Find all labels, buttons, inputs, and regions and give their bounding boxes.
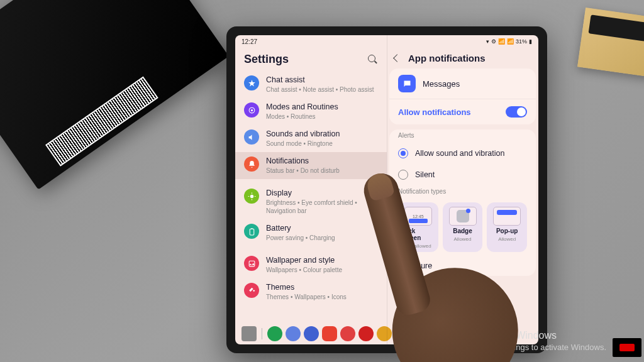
wallpaper-icon xyxy=(244,256,259,271)
svg-point-6 xyxy=(406,82,406,83)
svg-point-1 xyxy=(250,109,252,111)
app-name: Messages xyxy=(423,79,460,89)
radio-icon xyxy=(398,170,408,180)
bell-icon xyxy=(244,156,259,172)
channel-logo xyxy=(613,338,641,357)
type-popup[interactable]: Pop-up Allowed xyxy=(487,202,527,252)
modes-icon xyxy=(244,102,259,118)
svg-rect-3 xyxy=(250,229,254,235)
taskbar-app-2[interactable] xyxy=(286,326,301,341)
svg-rect-4 xyxy=(251,228,252,229)
star-icon xyxy=(244,75,259,90)
clock: 12:27 xyxy=(242,38,257,45)
svg-point-2 xyxy=(250,194,253,197)
battery-icon xyxy=(244,224,259,239)
settings-item-sounds[interactable]: Sounds and vibrationSound mode • Rington… xyxy=(235,125,387,152)
allow-notifications-label: Allow notifications xyxy=(398,107,506,117)
back-icon[interactable] xyxy=(392,53,402,63)
page-title: App notifications xyxy=(408,53,486,63)
app-header[interactable]: Messages xyxy=(389,69,536,99)
allow-notifications-toggle[interactable] xyxy=(506,106,527,118)
settings-title: Settings xyxy=(244,53,368,66)
taskbar-grid-icon[interactable] xyxy=(242,326,257,341)
status-icons: ▾⚙📶📶 31%▮ xyxy=(486,38,532,45)
themes-icon xyxy=(244,283,259,298)
alerts-label: Alerts xyxy=(389,129,536,143)
svg-rect-5 xyxy=(249,261,255,266)
settings-item-modes[interactable]: Modes and RoutinesModes • Routines xyxy=(235,98,387,125)
display-icon xyxy=(244,189,259,204)
svg-point-8 xyxy=(408,82,408,83)
settings-item-notifications[interactable]: NotificationsStatus bar • Do not disturb xyxy=(235,152,387,179)
messages-icon xyxy=(398,75,416,92)
radio-icon xyxy=(398,148,408,158)
allow-notifications-row[interactable]: Allow notifications xyxy=(389,99,536,124)
taskbar-app-1[interactable] xyxy=(267,326,282,341)
svg-point-7 xyxy=(406,82,407,83)
settings-item-chat-assist[interactable]: Chat assistChat assist • Note assist • P… xyxy=(235,71,387,98)
alert-option-sound[interactable]: Allow sound and vibration xyxy=(389,143,536,164)
taskbar-app-4[interactable] xyxy=(322,326,337,341)
wood-block xyxy=(577,8,644,77)
popup-preview-icon xyxy=(493,207,521,226)
search-icon[interactable] xyxy=(368,55,378,65)
taskbar-app-5[interactable] xyxy=(340,326,355,341)
sound-icon xyxy=(244,129,259,145)
taskbar-app-3[interactable] xyxy=(304,326,319,341)
app-card: Messages Allow notifications xyxy=(389,69,536,124)
